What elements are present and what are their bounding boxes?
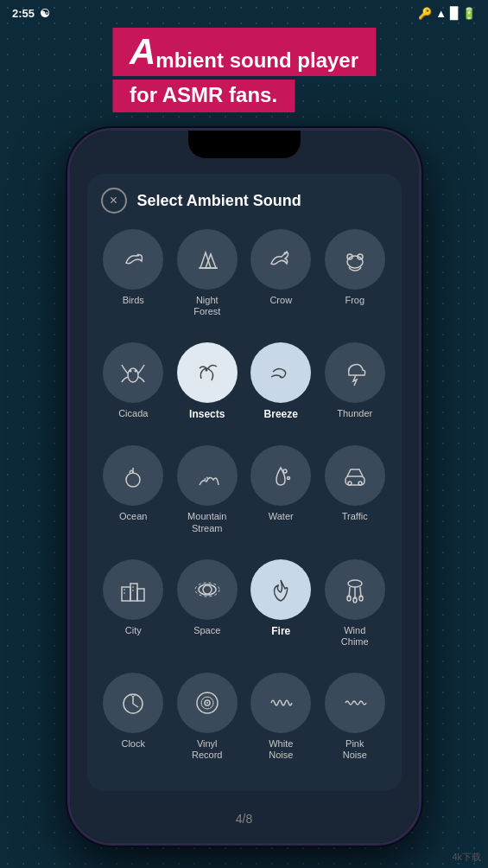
- sound-selection-modal: × Select Ambient Sound Birds NightForest: [87, 174, 402, 791]
- modal-header: × Select Ambient Sound: [101, 188, 388, 214]
- svg-line-38: [133, 704, 138, 707]
- status-icon-key: 🔑: [418, 7, 432, 20]
- sound-item-cicada[interactable]: Cicada: [101, 342, 167, 437]
- svg-point-10: [135, 370, 137, 373]
- sound-circle-space: [177, 559, 238, 620]
- sound-label-thunder: Thunder: [337, 408, 372, 419]
- sound-item-frog[interactable]: Frog: [322, 229, 388, 334]
- svg-point-11: [205, 369, 207, 372]
- sound-label-pink-noise: PinkNoise: [343, 738, 367, 761]
- sound-circle-ocean: [103, 445, 163, 506]
- sound-item-night-forest[interactable]: NightForest: [174, 229, 240, 334]
- phone-frame: × Select Ambient Sound Birds NightForest: [67, 128, 421, 846]
- sound-circle-fire: [250, 559, 311, 620]
- sound-circle-white-noise: [250, 673, 311, 733]
- sound-label-mountain-stream: MountainStream: [187, 511, 226, 533]
- sound-circle-wind-chime: [325, 559, 385, 620]
- page-indicator: 4/8: [236, 812, 252, 826]
- sound-label-traffic: Traffic: [342, 511, 368, 522]
- sound-circle-birds: [103, 229, 163, 290]
- sound-circle-insects: [177, 342, 238, 403]
- sound-label-breeze: Breeze: [264, 408, 298, 420]
- status-icon-signal: ▉: [450, 7, 459, 20]
- banner-big-a: A: [130, 31, 155, 72]
- sound-label-space: Space: [193, 625, 220, 636]
- status-icon-wifi: ☯: [40, 7, 50, 20]
- sound-item-traffic[interactable]: Traffic: [322, 445, 388, 550]
- sound-label-city: City: [125, 625, 142, 636]
- close-button[interactable]: ×: [101, 188, 127, 214]
- sound-item-space[interactable]: Space: [174, 559, 240, 664]
- status-icon-battery: 🔋: [462, 7, 476, 20]
- sound-item-insects[interactable]: Insects: [174, 342, 240, 437]
- sound-circle-cicada: [103, 342, 163, 403]
- sound-item-mountain-stream[interactable]: MountainStream: [174, 445, 240, 550]
- sound-item-pink-noise[interactable]: PinkNoise: [322, 673, 388, 777]
- sound-label-crow: Crow: [269, 295, 292, 306]
- svg-point-9: [130, 370, 132, 373]
- svg-marker-1: [200, 252, 211, 268]
- svg-point-14: [283, 469, 287, 473]
- sound-label-cicada: Cicada: [118, 408, 148, 419]
- sound-circle-water: [250, 445, 311, 506]
- svg-point-0: [137, 254, 140, 257]
- sound-item-wind-chime[interactable]: WindChime: [322, 559, 388, 664]
- svg-rect-19: [122, 587, 130, 601]
- sound-item-vinyl-record[interactable]: VinylRecord: [174, 673, 240, 777]
- sound-item-breeze[interactable]: Breeze: [249, 342, 314, 437]
- sound-label-wind-chime: WindChime: [341, 625, 369, 648]
- sound-circle-thunder: [325, 342, 385, 403]
- sound-circle-vinyl-record: [177, 673, 238, 733]
- app-banner: Ambient sound player for ASMR fans.: [112, 28, 376, 112]
- sound-item-crow[interactable]: Crow: [249, 229, 314, 334]
- sound-item-water[interactable]: Water: [249, 445, 314, 550]
- banner-line1-text: mbient sound player: [155, 48, 358, 72]
- sound-label-clock: Clock: [121, 738, 145, 750]
- svg-point-5: [347, 256, 363, 268]
- sound-label-birds: Birds: [123, 295, 144, 306]
- sound-label-insects: Insects: [189, 408, 225, 420]
- sound-circle-pink-noise: [325, 673, 385, 733]
- sound-item-city[interactable]: City: [101, 559, 167, 664]
- sound-label-frog: Frog: [345, 295, 364, 306]
- sound-label-fire: Fire: [271, 625, 290, 637]
- svg-point-27: [203, 585, 212, 594]
- sound-item-fire[interactable]: Fire: [249, 559, 314, 664]
- svg-point-26: [199, 584, 216, 595]
- svg-rect-20: [130, 584, 137, 601]
- phone-notch: [188, 131, 301, 158]
- svg-point-4: [284, 252, 287, 255]
- sound-item-birds[interactable]: Birds: [101, 229, 167, 334]
- svg-rect-21: [137, 589, 144, 601]
- sound-circle-breeze: [250, 342, 311, 403]
- status-icon-wifi2: ▲: [435, 7, 447, 20]
- sound-item-white-noise[interactable]: WhiteNoise: [249, 673, 314, 777]
- sound-item-clock[interactable]: Clock: [101, 673, 167, 777]
- sound-label-vinyl-record: VinylRecord: [192, 738, 222, 761]
- sound-circle-city: [103, 559, 163, 620]
- sound-circle-crow: [250, 229, 311, 290]
- svg-point-29: [348, 580, 362, 587]
- sound-label-white-noise: WhiteNoise: [269, 738, 293, 761]
- svg-point-17: [348, 482, 352, 485]
- svg-point-15: [288, 477, 290, 480]
- svg-point-44: [206, 702, 208, 704]
- sound-item-ocean[interactable]: Ocean: [101, 445, 167, 550]
- sound-circle-night-forest: [177, 229, 238, 290]
- phone-inner: × Select Ambient Sound Birds NightForest: [70, 131, 419, 843]
- status-time: 2:55: [12, 7, 35, 20]
- status-bar: 2:55 ☯ 🔑 ▲ ▉ 🔋: [0, 0, 488, 26]
- sound-circle-clock: [103, 673, 163, 733]
- modal-title: Select Ambient Sound: [137, 192, 301, 210]
- sound-circle-mountain-stream: [177, 445, 238, 506]
- sound-item-thunder[interactable]: Thunder: [322, 342, 388, 437]
- banner-line2-text: for ASMR fans.: [130, 83, 277, 106]
- sound-label-ocean: Ocean: [119, 511, 147, 522]
- watermark: 4k下载: [452, 851, 481, 864]
- sound-label-water: Water: [269, 511, 294, 522]
- sound-grid: Birds NightForest Crow: [101, 229, 388, 777]
- sound-label-night-forest: NightForest: [193, 295, 220, 317]
- svg-point-18: [358, 482, 362, 485]
- svg-point-12: [126, 473, 140, 487]
- sound-circle-frog: [325, 229, 385, 290]
